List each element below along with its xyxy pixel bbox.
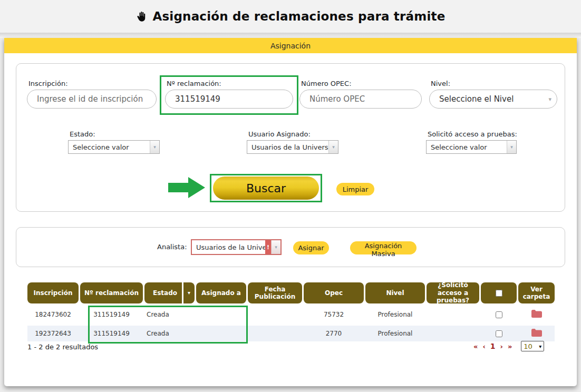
solicito-acceso-value: Seleccione valor: [427, 143, 507, 151]
field-estado: Estado: Seleccione valor ▾: [68, 130, 160, 154]
page-size-select[interactable]: 10 ▾: [521, 341, 544, 351]
highlight-box-buscar: Buscar: [210, 174, 322, 202]
header-divider: [0, 33, 581, 38]
usuario-asignado-value: Usuarios de la Universida: [247, 143, 328, 151]
solicito-acceso-label: Solicitó acceso a pruebas:: [428, 130, 517, 138]
field-inscripcion: Inscripción:: [27, 80, 157, 109]
cell-select: [481, 310, 517, 320]
cell-opec: 75732: [304, 311, 364, 318]
cell-select: [481, 329, 517, 339]
cell-ver-carpeta: [518, 309, 555, 320]
results-count: 1 - 2 de 2 resultados: [27, 343, 98, 351]
header-asignado-a[interactable]: Asignado a: [196, 282, 246, 303]
usuario-asignado-label: Usuario Asignado:: [248, 130, 338, 138]
chevron-down-icon: ▾: [539, 344, 541, 349]
raised-hand-icon: [135, 10, 147, 23]
header-reclamacion[interactable]: Nº reclamación: [80, 282, 143, 303]
header-ver-carpeta[interactable]: Ver carpeta: [518, 282, 555, 303]
asignar-button[interactable]: Asignar: [293, 241, 329, 254]
page-title-text: Asignación de reclamaciones para trámite: [152, 9, 445, 23]
chevron-down-icon: ▾: [271, 240, 280, 254]
estado-select-value: Seleccione valor: [69, 143, 150, 151]
field-reclamacion: Nº reclamación:: [165, 80, 293, 109]
header-estado-label: Estado: [153, 289, 177, 297]
header-estado[interactable]: Estado ▾: [144, 282, 195, 303]
last-page-button[interactable]: »: [508, 342, 512, 350]
assign-panel: Analista: Usuarios de la Universi ! ▾ As…: [16, 227, 565, 267]
select-all-checkbox[interactable]: [496, 290, 502, 297]
page-size-value: 10: [524, 342, 532, 350]
cell-inscripcion: 182473602: [27, 311, 79, 318]
nivel-label: Nivel:: [431, 80, 557, 87]
nivel-select[interactable]: Seleccione el Nivel ▾: [429, 90, 557, 109]
cell-inscripcion: 192372643: [27, 330, 79, 337]
cell-nivel: Profesional: [365, 330, 425, 337]
header-inscripcion[interactable]: Inscripción: [27, 282, 79, 303]
header-nivel[interactable]: Nivel: [365, 282, 425, 303]
header-fecha-publicacion[interactable]: Fecha Publicación: [248, 282, 302, 303]
table-row: 192372643 311519149 Creada 2770 Profesio…: [27, 326, 555, 341]
content-card: Asignación Inscripción: Nº reclamación: …: [4, 38, 577, 386]
header-select-all: [481, 282, 517, 303]
estado-label: Estado:: [70, 130, 160, 138]
table-row: 182473602 311519149 Creada 75732 Profesi…: [27, 303, 555, 326]
cell-opec: 2770: [304, 330, 364, 337]
opec-label: Número OPEC:: [301, 80, 422, 87]
analista-select[interactable]: Usuarios de la Universi ! ▾: [191, 239, 282, 255]
green-arrow-icon: [168, 176, 206, 199]
cell-nivel: Profesional: [365, 311, 425, 318]
folder-icon[interactable]: [531, 309, 543, 318]
analista-label: Analista:: [157, 243, 187, 251]
row-checkbox[interactable]: [496, 311, 502, 318]
field-usuario-asignado: Usuario Asignado: Usuarios de la Univers…: [247, 130, 338, 154]
page-title: Asignación de reclamaciones para trámite: [0, 0, 581, 33]
asignacion-masiva-button[interactable]: Asignación Masiva: [350, 241, 417, 254]
page-header: Asignación de reclamaciones para trámite: [0, 0, 581, 33]
estado-select[interactable]: Seleccione valor ▾: [68, 140, 160, 154]
buscar-button[interactable]: Buscar: [213, 177, 319, 200]
next-page-button[interactable]: ›: [500, 342, 503, 350]
chevron-down-icon: ▾: [548, 96, 551, 103]
folder-icon[interactable]: [531, 328, 543, 337]
cell-estado: Creada: [144, 330, 195, 337]
tab-asignacion-label: Asignación: [270, 42, 311, 50]
chevron-down-icon: ▾: [328, 141, 338, 153]
results-table: Inscripción Nº reclamación Estado ▾ Asig…: [27, 282, 555, 341]
first-page-button[interactable]: «: [473, 342, 478, 350]
cell-ver-carpeta: [518, 328, 555, 339]
cell-reclamacion: 311519149: [80, 330, 143, 337]
sort-caret-icon[interactable]: ▾: [182, 282, 190, 303]
header-solicito-acceso[interactable]: ¿Solicitó acceso a pruebas?: [427, 282, 479, 303]
table-header-row: Inscripción Nº reclamación Estado ▾ Asig…: [27, 282, 555, 303]
reclamacion-input[interactable]: [165, 90, 293, 109]
chevron-down-icon: ▾: [507, 141, 516, 153]
solicito-acceso-select[interactable]: Seleccione valor ▾: [426, 140, 517, 154]
limpiar-button[interactable]: Limpiar: [336, 183, 374, 195]
nivel-select-value: Seleccione el Nivel: [439, 94, 548, 104]
header-opec[interactable]: Opec: [304, 282, 364, 303]
analista-select-value: Usuarios de la Universi: [192, 243, 265, 251]
inscripcion-input[interactable]: [27, 90, 157, 109]
validation-alert-icon: !: [265, 240, 271, 254]
field-opec: Número OPEC:: [299, 80, 422, 109]
pagination: « ‹ 1 › » 10 ▾: [473, 341, 544, 351]
tab-asignacion[interactable]: Asignación: [4, 38, 577, 53]
usuario-asignado-select[interactable]: Usuarios de la Universida ▾: [247, 140, 338, 154]
field-nivel: Nivel: Seleccione el Nivel ▾: [429, 80, 557, 109]
chevron-down-icon: ▾: [150, 141, 159, 153]
current-page[interactable]: 1: [490, 342, 496, 350]
opec-input[interactable]: [299, 90, 422, 109]
reclamacion-label: Nº reclamación:: [167, 80, 293, 87]
filter-panel: Inscripción: Nº reclamación: Número OPEC…: [16, 63, 565, 212]
prev-page-button[interactable]: ‹: [482, 342, 485, 350]
field-solicito-acceso: Solicitó acceso a pruebas: Seleccione va…: [426, 130, 517, 154]
cell-reclamacion: 311519149: [80, 311, 143, 318]
row-checkbox[interactable]: [496, 330, 502, 337]
cell-estado: Creada: [144, 311, 195, 318]
inscripcion-label: Inscripción:: [28, 80, 157, 87]
